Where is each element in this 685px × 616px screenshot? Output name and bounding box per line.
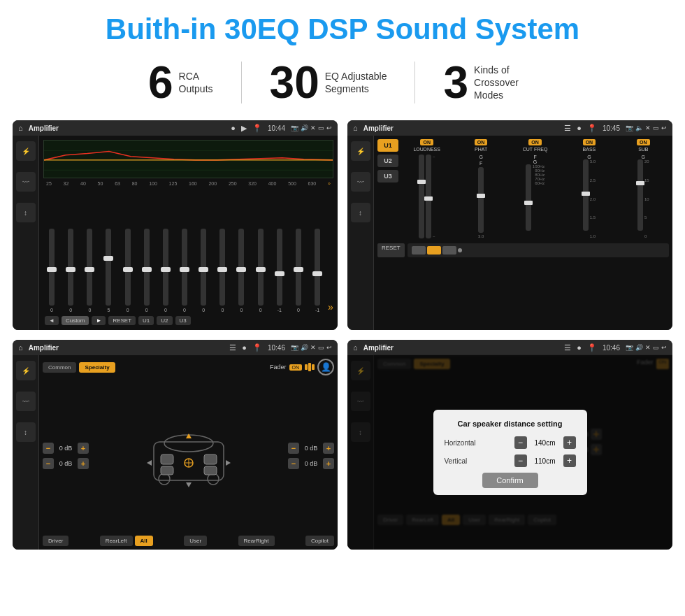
db-plus-2[interactable]: +: [78, 458, 89, 469]
specialty-right-col: − 0 dB + − 0 dB +: [288, 378, 334, 533]
eq-wave-btn[interactable]: 〰: [16, 172, 36, 192]
stat-rca: 6 RCA Outputs: [120, 60, 241, 105]
eq-slider-4[interactable]: 0: [120, 189, 136, 313]
eq-filter-btn[interactable]: ⚡: [16, 141, 36, 161]
cutfreq-on: ON: [528, 139, 542, 145]
menu-icon: ☰: [564, 124, 571, 133]
eq-slider-6[interactable]: 0: [157, 189, 174, 313]
eq-slider-14[interactable]: -1: [309, 189, 326, 313]
spec-wave-btn[interactable]: 〰: [16, 392, 36, 411]
pos-rearleft[interactable]: RearLeft: [100, 536, 133, 546]
eq-more-btn[interactable]: »: [328, 301, 333, 313]
user-icon[interactable]: 👤: [317, 359, 334, 375]
preset-u2[interactable]: U2: [377, 155, 398, 167]
eq-graph: [43, 140, 333, 178]
dialog-horizontal-plus[interactable]: +: [563, 436, 576, 449]
sub-labels: 20 15 10 5 0: [644, 159, 649, 238]
rear-left-area: RearLeft All: [100, 536, 153, 546]
dialog-vertical-plus[interactable]: +: [563, 454, 576, 467]
stat-eq-text: EQ Adjustable Segments: [325, 70, 387, 95]
eq-slider-13[interactable]: 0: [290, 189, 307, 313]
db-plus-1[interactable]: +: [78, 443, 89, 454]
cross-vol-btn[interactable]: ↕: [351, 203, 370, 222]
eq-custom-btn[interactable]: Custom: [62, 316, 89, 325]
loudness-slider-2[interactable]: [426, 155, 431, 238]
stat-eq-number: 30: [270, 60, 319, 105]
cutfreq-slider-1[interactable]: [526, 164, 531, 231]
cross-filter-btn[interactable]: ⚡: [351, 141, 370, 161]
tab-common[interactable]: Common: [43, 362, 76, 373]
eq-bottom-bar: ◄ Custom ► RESET U1 U2 U3: [43, 314, 333, 327]
car-diagram: [93, 378, 284, 533]
eq-vol-btn[interactable]: ↕: [16, 203, 36, 222]
specialty-main: Common Specialty Fader ON 👤: [39, 355, 338, 550]
eq-slider-10[interactable]: 0: [233, 189, 250, 313]
pin2-icon: 📍: [587, 124, 597, 133]
eq-slider-7[interactable]: 0: [176, 189, 193, 313]
car-svg: [143, 421, 234, 491]
bass-labels: 3.0 2.5 2.0 1.5 1.0: [590, 159, 596, 238]
eq-slider-9[interactable]: 0: [214, 189, 231, 313]
loudness-slider-1[interactable]: [419, 155, 424, 238]
dialog-confirm-button[interactable]: Confirm: [482, 473, 538, 488]
dialog-horizontal-row: Horizontal − 140cm +: [445, 436, 576, 449]
eq-slider-3[interactable]: 5: [100, 189, 117, 313]
eq-slider-0[interactable]: 0: [43, 189, 60, 313]
eq-freq-labels: 2532405063 80100125160200 25032040050063…: [43, 181, 333, 186]
phat-slider[interactable]: [478, 167, 484, 233]
spec-filter-btn[interactable]: ⚡: [16, 361, 36, 380]
eq-slider-8[interactable]: 0: [195, 189, 212, 313]
eq-slider-12[interactable]: -1: [271, 189, 288, 313]
channel-phat: ON PHAT G F 3.0: [455, 139, 506, 238]
dot3-icon: ●: [242, 343, 247, 352]
sub-on: ON: [637, 139, 650, 145]
eq-play-btn[interactable]: ►: [92, 316, 106, 325]
eq-slider-5[interactable]: 0: [138, 189, 155, 313]
eq-slider-11[interactable]: 0: [252, 189, 269, 313]
sub-slider[interactable]: [637, 159, 643, 231]
db-val-4: 0 dB: [301, 460, 321, 467]
eq-slider-2[interactable]: 0: [81, 189, 98, 313]
pin3-icon: 📍: [252, 343, 262, 352]
specialty-bottom-row: Driver RearLeft All User RearRight Copil…: [43, 536, 334, 546]
eq-u1-btn[interactable]: U1: [138, 316, 154, 325]
pos-copilot[interactable]: Copilot: [305, 536, 334, 546]
db-plus-3[interactable]: +: [323, 443, 334, 454]
eq-slider-1[interactable]: 0: [62, 189, 79, 313]
pos-user[interactable]: User: [184, 536, 207, 546]
page-title: Buith-in 30EQ DSP Sound System: [0, 0, 685, 53]
preset-u3[interactable]: U3: [377, 170, 398, 182]
preset-u1[interactable]: U1: [377, 139, 398, 152]
screen-specialty: ⌂ Amplifier ☰ ● 📍 10:46 📷🔊✕▭↩ ⚡ 〰 ↕ Comm…: [13, 340, 338, 550]
bass-slider[interactable]: [583, 159, 589, 231]
spec-vol-btn[interactable]: ↕: [16, 422, 36, 442]
home-icon: ⌂: [18, 124, 23, 132]
db-row-1: − 0 dB +: [43, 443, 89, 454]
screen-crossover: ⌂ Amplifier ☰ ● 📍 10:45 📷🔈✕▭↩ ⚡ 〰 ↕ U1: [347, 120, 672, 330]
svg-rect-8: [161, 454, 173, 464]
dialog-vertical-minus[interactable]: −: [514, 454, 527, 467]
specialty-content: ⚡ 〰 ↕ Common Specialty Fader ON: [13, 355, 338, 550]
db-plus-4[interactable]: +: [323, 458, 334, 469]
channel-sub: ON SUB G 20: [618, 139, 669, 238]
db-minus-3[interactable]: −: [288, 443, 299, 454]
pos-rearright[interactable]: RearRight: [238, 536, 275, 546]
db-minus-4[interactable]: −: [288, 458, 299, 469]
crossover-reset-btn[interactable]: RESET: [377, 243, 405, 257]
cross-wave-btn[interactable]: 〰: [351, 172, 370, 192]
tab-specialty[interactable]: Specialty: [79, 362, 115, 373]
dialog-horizontal-minus[interactable]: −: [514, 436, 527, 449]
eq-u2-btn[interactable]: U2: [157, 316, 172, 325]
eq-prev-btn[interactable]: ◄: [45, 316, 59, 325]
phat-name: PHAT: [475, 147, 487, 152]
db-minus-2[interactable]: −: [43, 458, 54, 469]
db-minus-1[interactable]: −: [43, 443, 54, 454]
pos-all[interactable]: All: [135, 536, 153, 546]
sub-content: G 20 15 10 5: [637, 155, 649, 238]
eq-u3-btn[interactable]: U3: [175, 316, 191, 325]
db-val-3: 0 dB: [301, 445, 321, 452]
pos-driver[interactable]: Driver: [43, 536, 68, 546]
svg-marker-18: [226, 460, 231, 466]
eq-reset-btn[interactable]: RESET: [108, 316, 136, 325]
db-row-2: − 0 dB +: [43, 458, 89, 469]
